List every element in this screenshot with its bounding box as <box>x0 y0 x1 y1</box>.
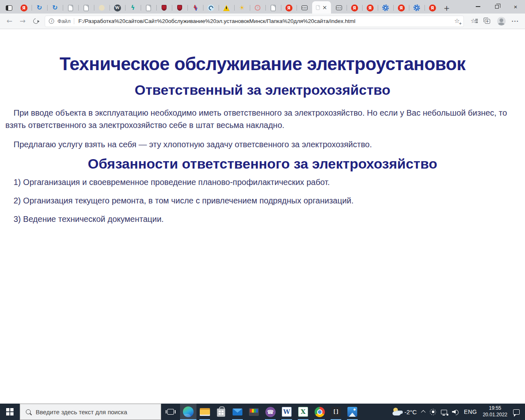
back-icon: ← <box>7 18 12 25</box>
tab[interactable]: Я <box>16 2 32 14</box>
info-icon[interactable]: i <box>49 18 54 24</box>
close-tab-icon[interactable]: × <box>322 4 328 11</box>
weather-widget[interactable]: -2°C <box>390 404 419 420</box>
yandex-icon: Я <box>398 5 405 11</box>
restore-icon <box>495 5 499 9</box>
tab[interactable] <box>156 2 172 14</box>
weather-icon <box>392 408 403 416</box>
start-button[interactable] <box>0 404 20 420</box>
profile-button[interactable] <box>494 15 508 27</box>
taskbar-app-toolbox[interactable] <box>246 404 262 420</box>
page-title: Техническое обслуживание электроустаново… <box>5 54 520 74</box>
helm-icon <box>413 5 420 11</box>
taskbar-app-photos[interactable] <box>344 404 361 420</box>
tab-list: Я↻↻Wϟϟ☀Я···×···ЯЯЯЯ <box>16 1 440 14</box>
tab[interactable]: ↻ <box>32 2 47 14</box>
tab[interactable] <box>172 2 187 14</box>
meet-now-button[interactable] <box>427 404 438 420</box>
page-icon <box>271 5 276 11</box>
tab[interactable]: Я <box>393 2 409 14</box>
close-icon: × <box>514 3 518 10</box>
taskbar-app-excel[interactable]: X <box>295 404 311 420</box>
favorites-button[interactable]: ☆ <box>466 15 480 27</box>
page-subtitle: Ответственный за электрохозяйство <box>5 82 520 98</box>
taskbar-app-store[interactable] <box>213 404 229 420</box>
lightning-teal-icon: ϟ <box>130 5 137 11</box>
tab[interactable] <box>94 2 110 14</box>
tab[interactable] <box>409 2 425 14</box>
network-button[interactable] <box>438 404 450 420</box>
add-favorite-icon[interactable]: ☆ <box>454 18 460 25</box>
emblem-icon <box>162 5 167 11</box>
tab[interactable]: ☀ <box>234 2 250 14</box>
yandex-icon: Я <box>367 5 374 11</box>
volume-button[interactable] <box>450 404 461 420</box>
tab[interactable]: W <box>110 2 125 14</box>
window-controls: × <box>468 0 525 13</box>
action-center-button[interactable] <box>511 404 522 420</box>
yandex-icon: Я <box>351 5 358 11</box>
minimize-button[interactable] <box>468 0 487 13</box>
taskbar: Введите здесь текст для поиска ☎WX[] -2°… <box>0 404 525 420</box>
tab[interactable]: ϟ <box>125 2 141 14</box>
tab[interactable]: ··· <box>297 2 312 14</box>
tray-expand-button[interactable] <box>419 404 427 420</box>
collections-button[interactable] <box>480 15 494 27</box>
card-tab-icon: ··· <box>336 5 342 10</box>
windows-logo-icon <box>6 408 14 415</box>
emblem-icon <box>177 5 182 11</box>
address-bar[interactable]: i Файл F:/Разработка%20сайтов/Сайт%20обс… <box>45 16 464 27</box>
sync-icon: ↻ <box>52 5 59 11</box>
taskbar-app-explorer[interactable] <box>196 404 213 420</box>
tab[interactable]: Я <box>362 2 378 14</box>
tab[interactable]: Я <box>425 2 440 14</box>
forward-button[interactable]: → <box>16 15 29 27</box>
page-content: Техническое обслуживание электроустаново… <box>0 29 525 404</box>
tab[interactable] <box>219 2 234 14</box>
tab[interactable] <box>265 2 281 14</box>
settings-menu-button[interactable]: ··· <box>508 15 522 27</box>
warning-icon <box>223 5 230 11</box>
active-tab[interactable]: × <box>312 1 331 14</box>
tab[interactable]: ↻ <box>47 2 63 14</box>
network-icon <box>441 410 447 414</box>
task-view-button[interactable] <box>161 404 180 420</box>
duty-item: 3) Ведение технической документации. <box>5 213 520 225</box>
tab[interactable] <box>203 2 219 14</box>
new-tab-button[interactable]: + <box>440 2 453 14</box>
taskbar-search[interactable]: Введите здесь текст для поиска <box>20 404 161 420</box>
chevron-up-icon <box>421 410 425 415</box>
tab[interactable]: Я <box>347 2 362 14</box>
clock[interactable]: 19:55 20.01.2022 <box>479 405 511 418</box>
back-button[interactable]: ← <box>3 15 16 27</box>
restore-button[interactable] <box>487 0 506 13</box>
refresh-icon <box>32 17 39 25</box>
url-text: F:/Разработка%20сайтов/Сайт%20обслуживан… <box>78 18 356 24</box>
action-center-icon <box>513 409 520 415</box>
page-icon <box>316 5 320 9</box>
tab[interactable]: Я <box>281 2 297 14</box>
taskbar-app-edge[interactable] <box>180 404 196 420</box>
page-icon <box>146 5 151 11</box>
taskbar-app-chrome[interactable] <box>311 404 328 420</box>
tab[interactable] <box>378 2 393 14</box>
taskbar-app-mail[interactable] <box>229 404 246 420</box>
tab[interactable]: ··· <box>331 2 347 14</box>
paragraph: При вводе объекта в эксплуатацию необход… <box>5 107 520 131</box>
taskbar-app-viber[interactable]: ☎ <box>262 404 278 420</box>
taskbar-app-word[interactable]: W <box>278 404 295 420</box>
loading-tab-icon <box>99 5 105 11</box>
tab[interactable]: ϟ <box>187 2 203 14</box>
tab[interactable] <box>250 2 265 14</box>
tab[interactable] <box>141 2 156 14</box>
taskbar-app-brackets[interactable]: [] <box>328 404 344 420</box>
tab[interactable] <box>63 2 78 14</box>
viber-icon: ☎ <box>265 407 276 417</box>
language-indicator[interactable]: ENG <box>461 404 479 420</box>
vertical-tabs-button[interactable] <box>2 2 16 14</box>
refresh-button[interactable] <box>29 15 42 27</box>
tab[interactable] <box>78 2 94 14</box>
brackets-icon: [] <box>331 407 341 417</box>
yandex-icon: Я <box>429 5 436 11</box>
close-window-button[interactable]: × <box>506 0 525 13</box>
